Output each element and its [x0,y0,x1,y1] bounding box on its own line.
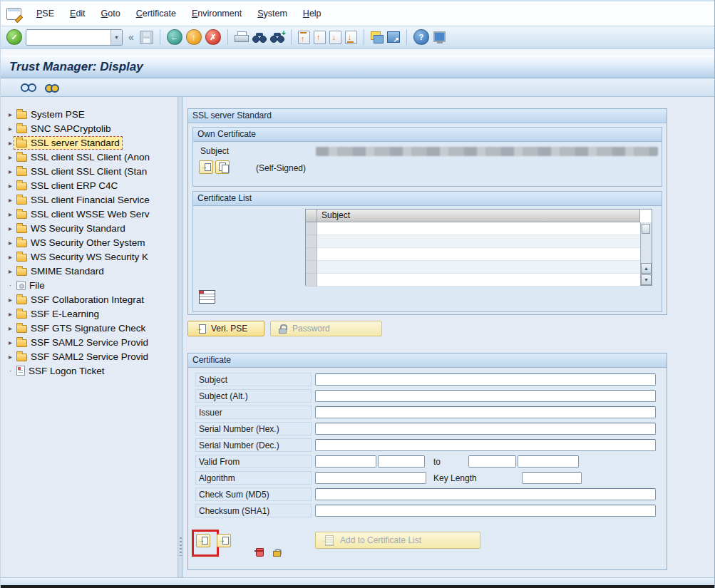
row-selector[interactable] [306,248,317,261]
row-selector[interactable] [306,235,317,248]
previous-page-icon[interactable]: ↑ [314,31,326,44]
scroll-up-icon[interactable]: ▲ [641,263,652,274]
expand-arrow-icon[interactable]: ▸ [6,267,14,275]
certificate-list-row[interactable] [306,274,652,287]
collapse-toolbar-icon[interactable]: « [128,31,134,43]
valid-to-date-field[interactable] [468,455,516,468]
certificate-list-row[interactable] [306,261,652,274]
tree-item-body[interactable]: SSL server Standard [14,137,122,149]
tree-item[interactable]: ▸SSL client SSL Client (Stan [6,164,176,178]
scrollbar-thumb[interactable] [642,224,650,234]
expand-arrow-icon[interactable]: ▸ [6,339,14,346]
find-certificates-icon[interactable] [45,82,59,93]
command-field[interactable]: ▼ [26,29,123,46]
tree-item[interactable]: ▸SSF SAML2 Service Provid [6,349,176,363]
tree-item[interactable]: ▸SSL client Financial Service [6,192,176,207]
tree-item[interactable]: ▸SSF E-Learning [6,306,176,321]
tree-item[interactable]: ▸WS Security Standard [6,221,176,235]
certificate-list-row[interactable] [306,222,652,235]
display-certificate-list-icon[interactable] [199,290,215,304]
expand-arrow-icon[interactable]: ▸ [6,296,14,304]
tree-item-body[interactable]: SSF SAML2 Service Provid [14,351,150,363]
tree-item-body[interactable]: WS Security Standard [14,222,128,234]
menu-goto[interactable]: Goto [93,2,128,26]
checksum-md5-field[interactable] [315,488,656,500]
print-icon[interactable] [235,31,249,43]
expand-arrow-icon[interactable]: ▸ [6,182,14,190]
display-change-icon[interactable] [21,83,36,92]
copy-certificate-icon[interactable] [215,160,230,174]
certificate-list-row[interactable] [306,235,652,248]
checksum-sha1-field[interactable] [315,505,656,517]
tree-item[interactable]: ▸SNC SAPCryptolib [6,121,176,135]
subject-column-header[interactable]: Subject [317,210,640,222]
menu-certificate[interactable]: Certificate [128,2,184,26]
expand-arrow-icon[interactable]: ▸ [6,167,14,175]
next-page-icon[interactable]: ↓ [329,31,341,44]
certificate-subject-cell[interactable] [317,248,640,261]
tree-item[interactable]: ▸SSF GTS Signature Check [6,321,176,335]
expand-arrow-icon[interactable]: ▸ [6,225,14,232]
last-page-icon[interactable]: ↓ [345,31,357,44]
expand-arrow-icon[interactable]: ▸ [6,353,14,361]
expand-arrow-icon[interactable]: ▸ [6,210,14,218]
delete-certificate-icon[interactable] [252,547,253,559]
find-icon[interactable] [252,31,267,43]
issuer-field[interactable] [315,406,656,418]
tree-item-body[interactable]: WS Security WS Security K [14,251,150,263]
tree-item[interactable]: ▸SMIME Standard [6,264,176,278]
row-selector[interactable] [306,261,317,274]
export-own-certificate-icon[interactable]: → [199,160,213,174]
customize-layout-icon[interactable] [433,31,446,43]
tree-item-body[interactable]: SSF GTS Signature Check [14,322,148,334]
first-page-icon[interactable]: ↑ [298,31,310,44]
subject-field[interactable] [315,373,656,386]
expand-arrow-icon[interactable]: ▸ [6,310,14,318]
expand-arrow-icon[interactable]: ▸ [6,239,14,247]
find-next-icon[interactable]: + [270,31,284,43]
back-icon[interactable]: ← [167,29,182,45]
help-icon[interactable]: ? [413,29,429,45]
tree-item[interactable]: ▸WS Security WS Security K [6,249,176,264]
new-session-icon[interactable] [371,31,384,43]
tree-item[interactable]: ▸SSF SAML2 Service Provid [6,335,176,349]
splitter-handle[interactable] [180,537,182,556]
subject-alt-field[interactable] [315,390,656,402]
serial-dec-field[interactable] [315,439,656,451]
menu-pse[interactable]: PSE [29,2,62,26]
command-dropdown-icon[interactable]: ▼ [110,30,122,45]
certificate-subject-cell[interactable] [317,222,640,235]
certificate-subject-cell[interactable] [317,261,640,274]
tree-item[interactable]: ▸SSL client SSL Client (Anon [6,150,176,164]
tree-item-body[interactable]: SMIME Standard [14,265,106,277]
row-selector[interactable] [306,222,317,235]
veri-pse-button[interactable]: → Veri. PSE [187,321,264,336]
tree-item[interactable]: ▸SSL client WSSE Web Serv [6,207,176,221]
certificate-subject-cell[interactable] [317,235,640,248]
valid-from-date-field[interactable] [315,455,376,468]
valid-to-time-field[interactable] [518,455,579,468]
row-selector[interactable] [306,274,317,287]
tree-item[interactable]: ▸SSL client ERP C4C [6,178,176,192]
expand-arrow-icon[interactable]: ▸ [6,196,14,204]
certificate-list-row[interactable] [306,248,652,261]
key-length-field[interactable] [522,472,582,484]
menu-edit[interactable]: Edit [62,2,93,26]
expand-arrow-icon[interactable]: ▸ [6,253,14,261]
tree-item-body[interactable]: SSF Logon Ticket [14,365,107,377]
tree-item[interactable]: ·File [6,278,176,292]
table-scrollbar[interactable]: ▲ ▼ [640,222,652,285]
tree-item-body[interactable]: SSL client WSSE Web Serv [14,208,152,220]
scroll-down-icon[interactable]: ▼ [641,274,652,285]
tree-item[interactable]: ▸SSF Collaboration Integrat [6,292,176,306]
tree-item[interactable]: ▸WS Security Other System [6,235,176,249]
tree-item-body[interactable]: SSL client SSL Client (Stan [14,165,149,177]
serial-hex-field[interactable] [315,423,656,435]
tree-item-body[interactable]: SNC SAPCryptolib [14,123,113,135]
menu-help[interactable]: Help [295,2,329,26]
tree-item-body[interactable]: SSL client ERP C4C [14,180,120,192]
cancel-icon[interactable]: ✗ [205,29,221,45]
tree-item-body[interactable]: System PSE [14,108,87,120]
splitter[interactable] [178,97,183,577]
algorithm-field[interactable] [315,472,426,484]
